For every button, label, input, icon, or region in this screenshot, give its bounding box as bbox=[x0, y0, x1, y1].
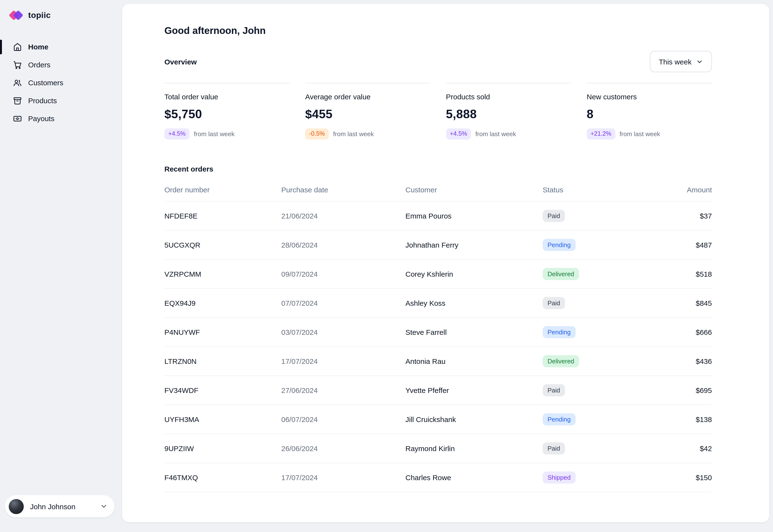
stats-grid: Total order value $5,750 +4.5% from last… bbox=[164, 83, 712, 140]
user-menu[interactable]: John Johnson bbox=[5, 495, 114, 517]
table-row[interactable]: UYFH3MA 06/07/2024 Jill Cruickshank Pend… bbox=[164, 405, 712, 434]
active-indicator bbox=[0, 39, 2, 54]
customer-cell: Corey Kshlerin bbox=[405, 270, 543, 278]
app-root: topiic Home Orders bbox=[0, 0, 773, 532]
table-row[interactable]: FV34WDF 27/06/2024 Yvette Pfeffer Paid $… bbox=[164, 376, 712, 405]
purchase-date-cell: 06/07/2024 bbox=[281, 415, 405, 423]
column-header-order-number: Order number bbox=[164, 186, 281, 194]
sidebar-item-orders[interactable]: Orders bbox=[0, 56, 122, 74]
table-row[interactable]: EQX94J9 07/07/2024 Ashley Koss Paid $845 bbox=[164, 289, 712, 318]
stat-note: from last week bbox=[333, 130, 374, 138]
customer-cell: Steve Farrell bbox=[405, 328, 543, 336]
table-row[interactable]: 9UPZIIW 26/06/2024 Raymond Kirlin Paid $… bbox=[164, 434, 712, 463]
stat-label: New customers bbox=[587, 93, 712, 101]
stat-value: $5,750 bbox=[164, 107, 290, 121]
amount-cell: $42 bbox=[649, 444, 712, 453]
stat-value: 5,888 bbox=[446, 107, 571, 121]
amount-cell: $436 bbox=[649, 357, 712, 365]
purchase-date-cell: 03/07/2024 bbox=[281, 328, 405, 336]
column-header-amount: Amount bbox=[649, 186, 712, 194]
amount-cell: $518 bbox=[649, 270, 712, 278]
stat-card: New customers 8 +21.2% from last week bbox=[587, 83, 712, 140]
stat-delta-badge: -0.5% bbox=[305, 128, 329, 140]
status-badge: Delivered bbox=[543, 268, 579, 280]
column-header-status: Status bbox=[543, 186, 649, 194]
overview-title: Overview bbox=[164, 57, 197, 66]
status-badge: Paid bbox=[543, 297, 565, 309]
sidebar-item-label: Home bbox=[28, 43, 48, 51]
status-cell: Delivered bbox=[543, 268, 649, 280]
recent-orders-title: Recent orders bbox=[164, 165, 712, 173]
status-badge: Pending bbox=[543, 413, 575, 425]
stat-delta-row: +4.5% from last week bbox=[164, 128, 290, 140]
amount-cell: $666 bbox=[649, 328, 712, 336]
purchase-date-cell: 09/07/2024 bbox=[281, 270, 405, 278]
customer-cell: Jill Cruickshank bbox=[405, 415, 543, 423]
avatar bbox=[9, 499, 24, 514]
stat-label: Average order value bbox=[305, 93, 431, 101]
home-icon bbox=[13, 42, 22, 51]
order-number-cell: F46TMXQ bbox=[164, 473, 281, 482]
brand-name: topiic bbox=[28, 11, 51, 20]
column-header-purchase-date: Purchase date bbox=[281, 186, 405, 194]
table-row[interactable]: VZRPCMM 09/07/2024 Corey Kshlerin Delive… bbox=[164, 260, 712, 289]
table-row[interactable]: LTRZN0N 17/07/2024 Antonia Rau Delivered… bbox=[164, 347, 712, 376]
table-row[interactable]: NFDEF8E 21/06/2024 Emma Pouros Paid $37 bbox=[164, 202, 712, 231]
purchase-date-cell: 28/06/2024 bbox=[281, 241, 405, 249]
purchase-date-cell: 26/06/2024 bbox=[281, 444, 405, 453]
chevron-down-icon bbox=[100, 502, 108, 510]
customer-cell: Antonia Rau bbox=[405, 357, 543, 365]
order-number-cell: 9UPZIIW bbox=[164, 444, 281, 453]
purchase-date-cell: 17/07/2024 bbox=[281, 473, 405, 482]
status-cell: Pending bbox=[543, 239, 649, 251]
customer-cell: Johnathan Ferry bbox=[405, 241, 543, 249]
order-number-cell: LTRZN0N bbox=[164, 357, 281, 365]
chevron-down-icon bbox=[696, 58, 703, 65]
sidebar-item-customers[interactable]: Customers bbox=[0, 74, 122, 92]
customer-cell: Charles Rowe bbox=[405, 473, 543, 482]
stat-delta-row: +4.5% from last week bbox=[446, 128, 571, 140]
table-row[interactable]: 5UCGXQR 28/06/2024 Johnathan Ferry Pendi… bbox=[164, 231, 712, 260]
overview-header: Overview This week bbox=[164, 51, 712, 72]
stat-card: Total order value $5,750 +4.5% from last… bbox=[164, 83, 290, 140]
stat-delta-badge: +4.5% bbox=[446, 128, 471, 140]
sidebar-item-home[interactable]: Home bbox=[0, 38, 122, 56]
sidebar-item-products[interactable]: Products bbox=[0, 92, 122, 110]
customer-cell: Yvette Pfeffer bbox=[405, 386, 543, 394]
stat-value: 8 bbox=[587, 107, 712, 121]
order-number-cell: P4NUYWF bbox=[164, 328, 281, 336]
status-cell: Paid bbox=[543, 442, 649, 454]
user-name: John Johnson bbox=[30, 502, 100, 510]
status-cell: Pending bbox=[543, 413, 649, 425]
status-badge: Paid bbox=[543, 210, 565, 222]
purchase-date-cell: 27/06/2024 bbox=[281, 386, 405, 394]
purchase-date-cell: 21/06/2024 bbox=[281, 212, 405, 220]
status-cell: Paid bbox=[543, 384, 649, 396]
status-cell: Paid bbox=[543, 297, 649, 309]
status-cell: Pending bbox=[543, 326, 649, 338]
customer-cell: Emma Pouros bbox=[405, 212, 543, 220]
amount-cell: $695 bbox=[649, 386, 712, 394]
status-badge: Pending bbox=[543, 326, 575, 338]
sidebar-nav: Home Orders Customers bbox=[0, 38, 122, 127]
purchase-date-cell: 07/07/2024 bbox=[281, 299, 405, 307]
amount-cell: $150 bbox=[649, 473, 712, 482]
box-icon bbox=[13, 96, 22, 105]
table-row[interactable]: P4NUYWF 03/07/2024 Steve Farrell Pending… bbox=[164, 318, 712, 347]
stat-note: from last week bbox=[620, 130, 660, 138]
stat-note: from last week bbox=[194, 130, 235, 138]
period-selector[interactable]: This week bbox=[650, 51, 712, 72]
sidebar-item-label: Products bbox=[28, 96, 57, 105]
amount-cell: $845 bbox=[649, 299, 712, 307]
banknote-icon bbox=[13, 114, 22, 123]
order-number-cell: EQX94J9 bbox=[164, 299, 281, 307]
orders-table-header: Order number Purchase date Customer Stat… bbox=[164, 179, 712, 202]
status-cell: Shipped bbox=[543, 471, 649, 484]
customer-cell: Ashley Koss bbox=[405, 299, 543, 307]
stat-card: Average order value $455 -0.5% from last… bbox=[305, 83, 431, 140]
stat-delta-badge: +21.2% bbox=[587, 128, 616, 140]
order-number-cell: UYFH3MA bbox=[164, 415, 281, 423]
table-row[interactable]: F46TMXQ 17/07/2024 Charles Rowe Shipped … bbox=[164, 463, 712, 492]
sidebar-item-payouts[interactable]: Payouts bbox=[0, 110, 122, 127]
stat-delta-row: +21.2% from last week bbox=[587, 128, 712, 140]
